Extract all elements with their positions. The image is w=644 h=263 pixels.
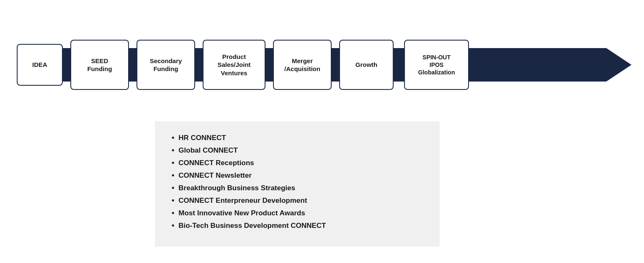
bullet-dot: •	[172, 222, 174, 229]
stage-idea-label: IDEA	[32, 61, 47, 69]
bullet-text: Most Innovative New Product Awards	[178, 209, 305, 217]
bullet-item: •Global CONNECT	[172, 146, 423, 155]
bullet-dot: •	[172, 146, 174, 154]
stage-secondary-label: SecondaryFunding	[150, 57, 182, 73]
diagram-container: IDEA SEEDFunding SecondaryFunding Produc…	[13, 17, 631, 113]
bullet-text: CONNECT Enterpreneur Development	[178, 197, 307, 205]
stage-merger-label: Merger/Acquisition	[284, 57, 320, 73]
bullet-text: Global CONNECT	[178, 146, 238, 155]
stage-seed-label: SEEDFunding	[87, 57, 112, 73]
stage-seed: SEEDFunding	[70, 40, 129, 90]
stage-idea: IDEA	[17, 44, 63, 86]
bullet-text: CONNECT Newsletter	[178, 171, 252, 180]
bullet-text: Breakthrough Business Strategies	[178, 184, 295, 192]
bullet-text: Bio-Tech Business Development CONNECT	[178, 222, 326, 230]
stage-growth-label: Growth	[355, 61, 378, 69]
bullet-dot: •	[172, 209, 174, 217]
bullet-item: •Breakthrough Business Strategies	[172, 184, 423, 192]
stages-wrapper: IDEA SEEDFunding SecondaryFunding Produc…	[13, 17, 631, 113]
stage-spinout-label: SPIN-OUTIPOSGlobalization	[418, 54, 455, 77]
bullet-text: HR CONNECT	[178, 134, 226, 142]
bullet-item: •CONNECT Newsletter	[172, 171, 423, 180]
stage-merger: Merger/Acquisition	[273, 40, 332, 90]
bullet-dot: •	[172, 159, 174, 166]
bullet-list: •HR CONNECT•Global CONNECT•CONNECT Recep…	[172, 134, 423, 230]
bullet-dot: •	[172, 171, 174, 179]
bullet-section: •HR CONNECT•Global CONNECT•CONNECT Recep…	[155, 121, 440, 247]
stage-spinout: SPIN-OUTIPOSGlobalization	[404, 40, 469, 90]
stage-growth: Growth	[339, 40, 394, 90]
bullet-dot: •	[172, 197, 174, 204]
stage-secondary: SecondaryFunding	[137, 40, 195, 90]
bullet-item: •Most Innovative New Product Awards	[172, 209, 423, 217]
stage-product: ProductSales/JointVentures	[203, 40, 265, 90]
bullet-dot: •	[172, 134, 174, 141]
bullet-text: CONNECT Receptions	[178, 159, 254, 167]
bullet-item: •HR CONNECT	[172, 134, 423, 142]
bullet-item: •CONNECT Enterpreneur Development	[172, 197, 423, 205]
bullet-dot: •	[172, 184, 174, 192]
bullet-item: •Bio-Tech Business Development CONNECT	[172, 222, 423, 230]
stage-product-label: ProductSales/JointVentures	[217, 53, 250, 77]
bullet-item: •CONNECT Receptions	[172, 159, 423, 167]
